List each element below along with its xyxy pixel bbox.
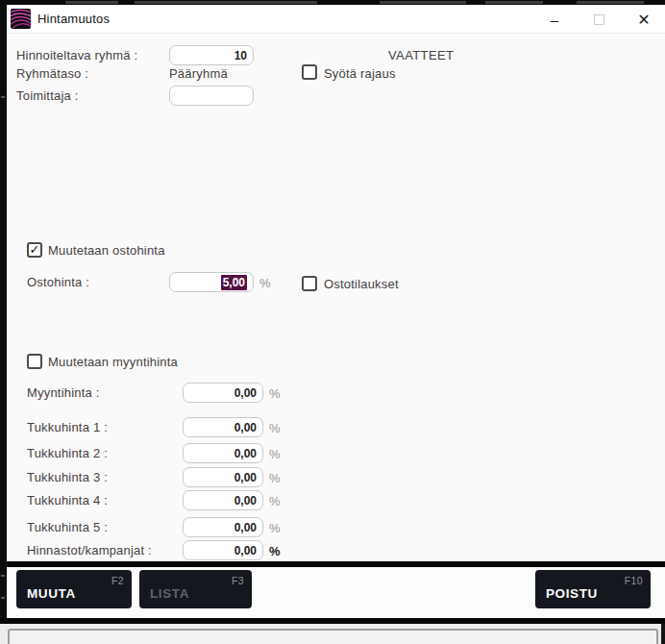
maximize-icon — [594, 14, 604, 25]
sales-row-label: Tukkuhinta 4 : — [27, 493, 108, 508]
background-text-fragment — [577, 1, 644, 4]
poistu-button-fkey: F10 — [625, 575, 643, 586]
sales-row-label: Tukkuhinta 5 : — [27, 520, 108, 534]
background-window-left-edge — [0, 0, 7, 644]
purchase-orders-label: Ostotilaukset — [324, 277, 399, 291]
app-logo-icon — [11, 9, 31, 29]
group-level-value: Pääryhmä — [169, 66, 228, 81]
change-purchase-price-checkbox[interactable]: ✓ — [27, 242, 42, 258]
sales-row-label: Tukkuhinta 2 : — [27, 446, 108, 460]
sales-row-value: 0,00 — [234, 494, 257, 508]
change-purchase-price-label: Muutetaan ostohinta — [48, 243, 165, 258]
close-button[interactable]: ✕ — [625, 5, 663, 34]
change-sales-price-checkbox[interactable] — [27, 354, 42, 369]
enter-filter-label: Syötä rajaus — [324, 66, 396, 81]
background-mark — [1, 575, 5, 577]
percent-sign: % — [269, 544, 281, 558]
pricing-group-value: 10 — [234, 49, 247, 62]
percent-sign: % — [269, 471, 281, 485]
percent-sign: % — [269, 386, 281, 401]
background-text-fragment — [485, 1, 543, 4]
lista-button-label: LISTA — [150, 586, 189, 601]
purchase-price-value: 5,00 — [221, 275, 247, 290]
wholesale-price-4-input[interactable]: 0,00 — [183, 490, 263, 510]
close-icon: ✕ — [637, 11, 650, 29]
sales-row-value: 0,00 — [234, 544, 257, 557]
pricing-group-label: Hinnoiteltava ryhmä : — [16, 48, 137, 62]
sales-row-label: Tukkuhinta 1 : — [27, 420, 108, 434]
wholesale-price-1-input[interactable]: 0,00 — [183, 417, 263, 437]
muuta-button-fkey: F2 — [111, 575, 124, 586]
maximize-button[interactable] — [582, 5, 615, 34]
sales-row-value: 0,00 — [234, 421, 257, 434]
sales-row-value: 0,00 — [234, 447, 257, 460]
category-name: VAATTEET — [388, 48, 454, 62]
lista-button-fkey: F3 — [232, 575, 244, 586]
status-field[interactable] — [8, 629, 658, 644]
purchase-percent-sign: % — [259, 276, 271, 290]
muuta-button-label: MUUTA — [27, 586, 76, 601]
enter-filter-checkbox[interactable] — [302, 64, 317, 80]
wholesale-price-2-input[interactable]: 0,00 — [183, 443, 263, 463]
supplier-label: Toimittaja : — [16, 88, 79, 103]
titlebar: Hintamuutos – ✕ — [7, 5, 665, 34]
change-sales-price-label: Muutetaan myyntihinta — [48, 355, 178, 369]
background-text-fragment — [135, 1, 317, 4]
minimize-button[interactable]: – — [538, 5, 571, 34]
purchase-orders-checkbox[interactable] — [302, 276, 317, 291]
purchase-price-label: Ostohinta : — [27, 275, 89, 289]
background-window-right-edge — [661, 624, 665, 644]
hintamuutos-dialog: Hintamuutos – ✕ Hinnoiteltava ryhmä : 10… — [7, 5, 665, 624]
sales-row-label: Hinnastot/kampanjat : — [27, 543, 152, 557]
sales-row-value: 0,00 — [234, 386, 257, 400]
purchase-price-input[interactable]: 5,00 — [169, 272, 254, 292]
sales-row-value: 0,00 — [234, 521, 257, 534]
percent-sign: % — [269, 421, 281, 435]
window-title: Hintamuutos — [37, 12, 110, 26]
sales-row-label: Tukkuhinta 3 : — [27, 470, 108, 484]
supplier-input[interactable] — [169, 86, 254, 106]
wholesale-price-5-input[interactable]: 0,00 — [183, 517, 263, 537]
pricing-group-input[interactable]: 10 — [169, 45, 254, 65]
group-level-label: Ryhmätaso : — [16, 66, 88, 81]
background-window-bottom — [0, 624, 665, 644]
wholesale-price-3-input[interactable]: 0,00 — [183, 467, 263, 487]
background-text-fragment — [380, 1, 466, 4]
background-mark — [1, 96, 5, 98]
background-mark — [1, 597, 5, 599]
sales-row-value: 0,00 — [234, 471, 257, 484]
percent-sign: % — [269, 521, 281, 535]
muuta-button[interactable]: MUUTA F2 — [16, 570, 132, 608]
sales-price-input[interactable]: 0,00 — [183, 383, 263, 403]
minimize-icon: – — [551, 12, 558, 28]
screen: Hintamuutos – ✕ Hinnoiteltava ryhmä : 10… — [0, 0, 665, 644]
sales-row-label: Myyntihinta : — [27, 385, 100, 400]
poistu-button[interactable]: POISTU F10 — [535, 570, 651, 608]
percent-sign: % — [269, 494, 281, 508]
background-text-fragment — [65, 1, 118, 4]
check-icon: ✓ — [30, 243, 40, 256]
percent-sign: % — [269, 447, 281, 461]
lista-button[interactable]: LISTA F3 — [139, 570, 252, 608]
pricelists-campaigns-input[interactable]: 0,00 — [183, 540, 263, 560]
poistu-button-label: POISTU — [546, 586, 598, 601]
